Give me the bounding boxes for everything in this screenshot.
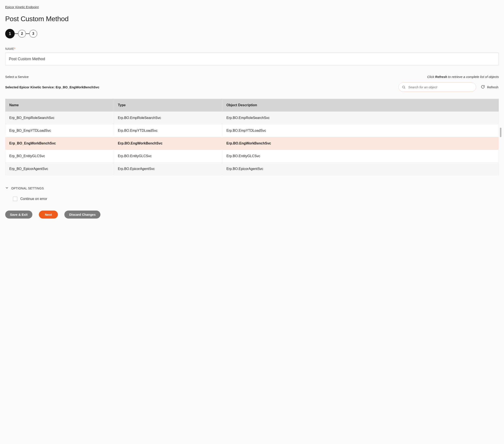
table-cell: Erp.BO.EntityGLCSvc bbox=[114, 150, 222, 163]
next-button[interactable]: Next bbox=[39, 211, 58, 218]
save-exit-button[interactable]: Save & Exit bbox=[5, 211, 32, 218]
step-line bbox=[26, 34, 29, 34]
table-cell: Erp_BO_EmpRoleSearchSvc bbox=[5, 112, 114, 124]
table-cell: Erp_BO_EngWorkBenchSvc bbox=[5, 137, 114, 150]
breadcrumb-link[interactable]: Epicor Kinetic Endpoint bbox=[5, 5, 39, 9]
step-2[interactable]: 2 bbox=[18, 30, 26, 37]
col-desc[interactable]: Object Description bbox=[222, 99, 499, 112]
refresh-hint: Click Refresh to retrieve a complete lis… bbox=[427, 75, 499, 79]
table-cell: Erp.BO.EmpRoleSearchSvc bbox=[114, 112, 222, 124]
refresh-hint-bold: Refresh bbox=[435, 75, 447, 79]
table-cell: Erp_BO_EntityGLCSvc bbox=[5, 150, 114, 163]
discard-button[interactable]: Discard Changes bbox=[64, 211, 100, 218]
step-3[interactable]: 3 bbox=[29, 30, 37, 37]
table-cell: Erp.BO.EpicorAgentSvc bbox=[222, 163, 499, 175]
svg-point-0 bbox=[402, 86, 405, 88]
name-label: NAME* bbox=[5, 47, 499, 51]
optional-settings-toggle[interactable]: OPTIONAL SETTINGS bbox=[5, 186, 499, 190]
required-star: * bbox=[14, 47, 16, 51]
table-cell: Erp.BO.EpicorAgentSvc bbox=[114, 163, 222, 175]
refresh-button[interactable]: Refresh bbox=[481, 84, 499, 90]
table-cell: Erp.BO.EngWorkBenchSvc bbox=[222, 137, 499, 150]
continue-on-error-checkbox[interactable] bbox=[13, 197, 17, 201]
step-line bbox=[15, 34, 18, 34]
continue-on-error-label: Continue on error bbox=[20, 197, 47, 201]
select-service-label: Select a Service bbox=[5, 75, 29, 79]
scrollbar-thumb[interactable] bbox=[500, 128, 501, 137]
chevron-down-icon bbox=[5, 186, 9, 190]
table-cell: Erp.BO.EmpYTDLoadSvc bbox=[114, 124, 222, 137]
stepper: 1 2 3 bbox=[5, 29, 499, 38]
refresh-hint-prefix: Click bbox=[427, 75, 435, 79]
table-row[interactable]: Erp_BO_EngWorkBenchSvcErp.BO.EngWorkBenc… bbox=[5, 137, 499, 150]
page-title: Post Custom Method bbox=[5, 15, 499, 23]
table-cell: Erp.BO.EntityGLCSvc bbox=[222, 150, 499, 163]
selected-service-prefix: Selected Epicor Kinetic Service: bbox=[5, 85, 55, 89]
name-input[interactable] bbox=[5, 53, 499, 65]
selected-service: Selected Epicor Kinetic Service: Erp_BO_… bbox=[5, 85, 99, 89]
step-1[interactable]: 1 bbox=[5, 29, 15, 38]
table-cell: Erp.BO.EmpRoleSearchSvc bbox=[222, 112, 499, 124]
search-input[interactable] bbox=[398, 83, 476, 92]
refresh-hint-suffix: to retrieve a complete list of objects bbox=[447, 75, 499, 79]
col-type[interactable]: Type bbox=[114, 99, 222, 112]
table-row[interactable]: Erp_BO_EpicorAgentSvcErp.BO.EpicorAgentS… bbox=[5, 163, 499, 175]
service-table: Name Type Object Description Erp_BO_EmpR… bbox=[5, 99, 499, 175]
table-cell: Erp.BO.EngWorkBenchSvc bbox=[114, 137, 222, 150]
col-name[interactable]: Name bbox=[5, 99, 114, 112]
table-row[interactable]: Erp_BO_EmpRoleSearchSvcErp.BO.EmpRoleSea… bbox=[5, 112, 499, 124]
selected-service-value: Erp_BO_EngWorkBenchSvc bbox=[55, 85, 99, 89]
table-row[interactable]: Erp_BO_EntityGLCSvcErp.BO.EntityGLCSvcEr… bbox=[5, 150, 499, 163]
table-row[interactable]: Erp_BO_EmpYTDLoadSvcErp.BO.EmpYTDLoadSvc… bbox=[5, 124, 499, 137]
table-cell: Erp_BO_EmpYTDLoadSvc bbox=[5, 124, 114, 137]
name-label-text: NAME bbox=[5, 47, 14, 51]
refresh-icon bbox=[481, 85, 485, 89]
svg-line-1 bbox=[404, 88, 405, 88]
optional-settings-label: OPTIONAL SETTINGS bbox=[11, 187, 44, 190]
table-cell: Erp.BO.EmpYTDLoadSvc bbox=[222, 124, 499, 137]
table-cell: Erp_BO_EpicorAgentSvc bbox=[5, 163, 114, 175]
refresh-button-label: Refresh bbox=[487, 85, 498, 89]
search-icon bbox=[402, 85, 406, 89]
